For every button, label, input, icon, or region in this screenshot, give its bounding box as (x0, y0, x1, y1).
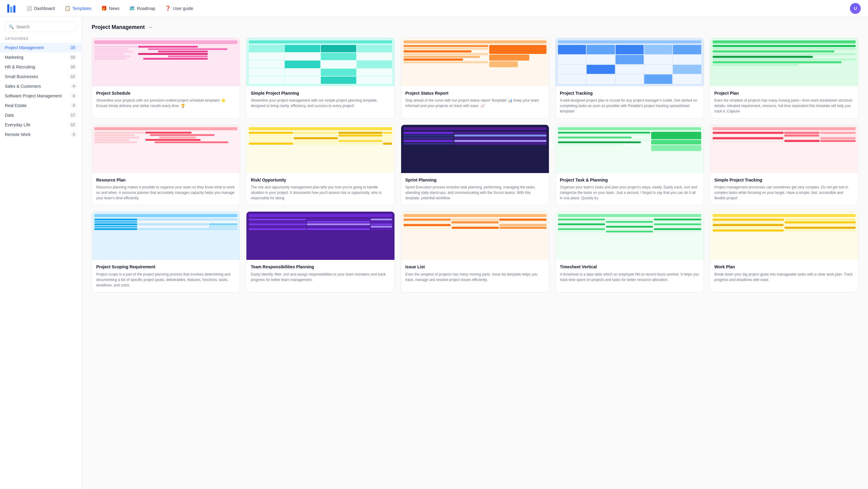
template-desc: Even the simplest of projects has many m… (405, 272, 545, 283)
template-card-timesheet-vertical[interactable]: Timesheet Vertical A timesheet is a data… (555, 211, 704, 292)
template-desc: A well-designed project plan is crucial … (560, 98, 699, 114)
template-card-sprint-planning[interactable]: Sprint Planning Sprint Execution process… (401, 125, 549, 205)
template-desc: Resource planning makes it possible to o… (96, 185, 236, 201)
search-container[interactable]: 🔍 (5, 22, 77, 32)
template-desc: Break down your big project goals into m… (714, 272, 854, 283)
sidebar-item-sales-customers[interactable]: Sales & Customers 4 (0, 82, 82, 91)
template-card-project-task-planning[interactable]: Project Task & Planning Organize your te… (555, 125, 704, 205)
template-title: Work Plan (714, 264, 854, 269)
template-desc: Streamline your project management with … (251, 98, 390, 108)
top-navigation: ⬜ Dashboard 📋 Templates 🎁 News 🗺️ Roadma… (0, 0, 868, 17)
template-grid: Project Schedule Streamline your project… (92, 38, 858, 292)
template-title: Project Schedule (96, 91, 236, 96)
template-title: Project Task & Planning (560, 177, 699, 183)
template-title: Issue List (405, 264, 545, 269)
sidebar-item-remote-work[interactable]: Remote Work 3 (0, 130, 82, 139)
template-card-project-scoping-requirement[interactable]: Project Scoping Requirement Project scop… (92, 211, 240, 292)
template-desc: Even the simplest of projects has many m… (714, 98, 854, 114)
template-desc: A timesheet is a data table which an emp… (560, 272, 699, 283)
nav-news[interactable]: 🎁 News (97, 4, 123, 13)
template-desc: Project management processes can sometim… (714, 185, 854, 201)
news-icon: 🎁 (101, 5, 107, 11)
nav-dashboard[interactable]: ⬜ Dashboard (23, 4, 59, 13)
template-title: Team Responsibilities Planning (251, 264, 390, 269)
nav-roadmap[interactable]: 🗺️ Roadmap (125, 4, 159, 13)
sidebar: 🔍 CATEGORIES Project Management 16 Marke… (0, 17, 82, 489)
template-title: Project Scoping Requirement (96, 264, 236, 269)
userguide-icon: ❓ (165, 5, 171, 11)
template-title: Project Plan (714, 91, 854, 96)
sidebar-item-software-project-management[interactable]: Software Project Management 4 (0, 91, 82, 101)
template-desc: Organize your team's tasks and plan your… (560, 185, 699, 201)
template-title: Project Status Report (405, 91, 545, 96)
user-avatar[interactable]: U (850, 3, 861, 14)
sidebar-item-marketing[interactable]: Marketing 19 (0, 53, 82, 62)
template-desc: Project scope is a part of the project p… (96, 272, 236, 288)
template-card-simple-project-tracking[interactable]: Simple Project Tracking Project manageme… (710, 125, 858, 205)
sidebar-item-small-businesses[interactable]: Small Businesses 12 (0, 72, 82, 82)
template-title: Sprint Planning (405, 177, 545, 183)
template-title: Simple Project Tracking (714, 177, 854, 183)
template-card-project-plan[interactable]: Project Plan Even the simplest of projec… (710, 38, 858, 119)
sidebar-item-real-estate[interactable]: Real Estate 3 (0, 101, 82, 110)
template-card-risk-opportunity[interactable]: Risk/ Opportunity The risk and oppurtuni… (246, 125, 395, 205)
template-title: Resource Plan (96, 177, 236, 183)
template-desc: Easily identify, filter, sort and assign… (251, 272, 390, 283)
sidebar-item-everyday-life[interactable]: Everyday Life 12 (0, 120, 82, 130)
app-logo[interactable] (7, 4, 16, 13)
template-card-team-responsibilities-planning[interactable]: Team Responsibilities Planning Easily id… (246, 211, 395, 292)
template-desc: Stay ahead of the curve with our project… (405, 98, 545, 108)
template-card-simple-project-planning[interactable]: Simple Project Planning Streamline your … (246, 38, 395, 119)
nav-userguide[interactable]: ❓ User guide (161, 4, 197, 13)
templates-icon: 📋 (65, 5, 70, 11)
sidebar-item-hr-recruiting[interactable]: HR & Recruiting 16 (0, 62, 82, 72)
search-icon: 🔍 (9, 25, 14, 29)
search-input[interactable] (16, 25, 73, 29)
roadmap-icon: 🗺️ (129, 5, 135, 11)
sidebar-item-data[interactable]: Data 17 (0, 110, 82, 120)
template-title: Timesheet Vertical (560, 264, 699, 269)
template-card-work-plan[interactable]: Work Plan Break down your big project go… (710, 211, 858, 292)
sidebar-item-project-management[interactable]: Project Management 16 (0, 43, 82, 53)
template-card-resource-plan[interactable]: Resource Plan Resource planning makes it… (92, 125, 240, 205)
nav-templates[interactable]: 📋 Templates (61, 4, 95, 13)
template-desc: Streamline your projects with our precis… (96, 98, 236, 108)
breadcrumb-arrow: → (147, 24, 153, 30)
template-card-issue-list[interactable]: Issue List Even the simplest of projects… (401, 211, 549, 292)
template-title: Simple Project Planning (251, 91, 390, 96)
template-title: Risk/ Opportunity (251, 177, 390, 183)
categories-label: CATEGORIES (0, 37, 82, 40)
breadcrumb: Project Management → (92, 24, 858, 30)
template-desc: The risk and oppurtunity management plan… (251, 185, 390, 201)
template-title: Project Tracking (560, 91, 699, 96)
dashboard-icon: ⬜ (26, 5, 32, 11)
template-card-project-schedule[interactable]: Project Schedule Streamline your project… (92, 38, 240, 119)
template-card-project-status-report[interactable]: Project Status Report Stay ahead of the … (401, 38, 549, 119)
main-content: Project Management → (82, 17, 868, 489)
template-desc: Sprint Execution process includes task p… (405, 185, 545, 201)
template-card-project-tracking[interactable]: Project Tracking A well-designed project… (555, 38, 704, 119)
